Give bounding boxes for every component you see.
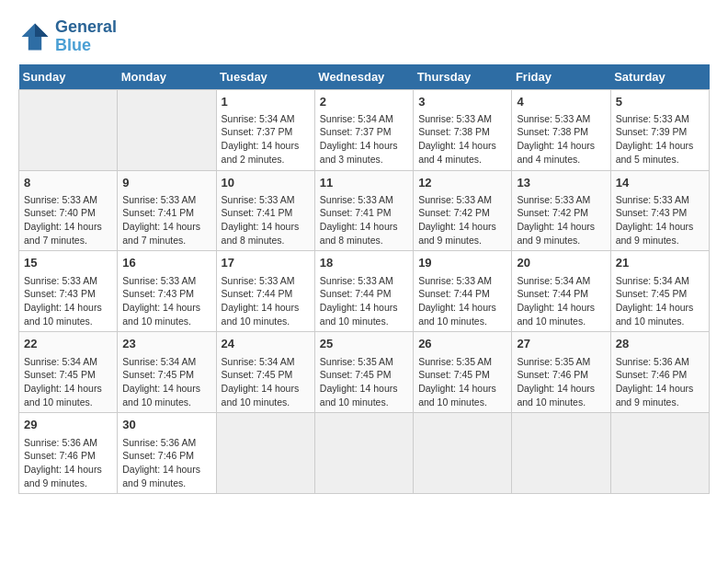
day-number: 1 (222, 94, 310, 110)
calendar-cell: 10 Sunrise: 5:33 AM Sunset: 7:41 PM Dayl… (216, 170, 314, 251)
calendar-cell (414, 413, 512, 494)
logo-line1: General (55, 18, 117, 37)
calendar-cell: 2 Sunrise: 5:34 AM Sunset: 7:37 PM Dayli… (314, 89, 413, 170)
day-info: Sunrise: 5:33 AM Sunset: 7:43 PM Dayligh… (24, 274, 112, 328)
day-info: Sunrise: 5:34 AM Sunset: 7:45 PM Dayligh… (122, 355, 210, 409)
calendar-cell (19, 89, 118, 170)
svg-marker-1 (35, 23, 48, 36)
calendar-cell: 18 Sunrise: 5:33 AM Sunset: 7:44 PM Dayl… (314, 251, 413, 332)
day-info: Sunrise: 5:36 AM Sunset: 7:46 PM Dayligh… (24, 436, 112, 490)
calendar-week-3: 15 Sunrise: 5:33 AM Sunset: 7:43 PM Dayl… (19, 251, 710, 332)
weekday-header-wednesday: Wednesday (314, 64, 413, 90)
calendar-cell: 19 Sunrise: 5:33 AM Sunset: 7:44 PM Dayl… (414, 251, 512, 332)
day-info: Sunrise: 5:33 AM Sunset: 7:38 PM Dayligh… (418, 112, 506, 167)
weekday-header-row: SundayMondayTuesdayWednesdayThursdayFrid… (19, 64, 710, 90)
day-number: 26 (418, 336, 506, 352)
calendar-cell: 26 Sunrise: 5:35 AM Sunset: 7:45 PM Dayl… (414, 332, 512, 413)
calendar-cell: 27 Sunrise: 5:35 AM Sunset: 7:46 PM Dayl… (512, 332, 610, 413)
calendar-cell: 20 Sunrise: 5:34 AM Sunset: 7:44 PM Dayl… (512, 251, 610, 332)
day-number: 17 (222, 255, 310, 271)
calendar-cell: 25 Sunrise: 5:35 AM Sunset: 7:45 PM Dayl… (314, 332, 413, 413)
day-number: 22 (24, 336, 112, 352)
day-info: Sunrise: 5:34 AM Sunset: 7:37 PM Dayligh… (320, 112, 408, 167)
weekday-header-thursday: Thursday (414, 64, 512, 90)
weekday-header-friday: Friday (512, 64, 610, 90)
day-info: Sunrise: 5:34 AM Sunset: 7:45 PM Dayligh… (24, 355, 112, 409)
day-number: 3 (418, 94, 506, 110)
day-number: 2 (320, 94, 408, 110)
logo-line2: Blue (55, 37, 117, 55)
weekday-header-sunday: Sunday (19, 64, 118, 90)
calendar-cell (216, 413, 314, 494)
calendar-cell: 29 Sunrise: 5:36 AM Sunset: 7:46 PM Dayl… (19, 413, 118, 494)
calendar-cell (512, 413, 610, 494)
logo-icon (18, 20, 51, 53)
calendar-cell: 22 Sunrise: 5:34 AM Sunset: 7:45 PM Dayl… (19, 332, 118, 413)
day-number: 19 (418, 255, 506, 271)
day-info: Sunrise: 5:33 AM Sunset: 7:41 PM Dayligh… (320, 193, 408, 247)
calendar-cell: 15 Sunrise: 5:33 AM Sunset: 7:43 PM Dayl… (19, 251, 118, 332)
calendar-cell: 1 Sunrise: 5:34 AM Sunset: 7:37 PM Dayli… (216, 89, 314, 170)
day-number: 8 (24, 175, 112, 191)
day-info: Sunrise: 5:33 AM Sunset: 7:43 PM Dayligh… (122, 274, 210, 328)
day-info: Sunrise: 5:33 AM Sunset: 7:44 PM Dayligh… (418, 274, 506, 328)
day-number: 29 (24, 417, 112, 433)
day-number: 4 (517, 94, 605, 110)
day-number: 13 (517, 175, 605, 191)
calendar-cell: 21 Sunrise: 5:34 AM Sunset: 7:45 PM Dayl… (610, 251, 709, 332)
calendar-cell: 4 Sunrise: 5:33 AM Sunset: 7:38 PM Dayli… (512, 89, 610, 170)
day-number: 21 (616, 255, 704, 271)
day-number: 18 (320, 255, 408, 271)
calendar-cell (118, 89, 216, 170)
day-info: Sunrise: 5:34 AM Sunset: 7:44 PM Dayligh… (517, 274, 605, 328)
day-number: 14 (616, 175, 704, 191)
day-number: 10 (222, 175, 310, 191)
calendar-cell: 5 Sunrise: 5:33 AM Sunset: 7:39 PM Dayli… (610, 89, 709, 170)
day-number: 12 (418, 175, 506, 191)
day-number: 15 (24, 255, 112, 271)
calendar-cell: 13 Sunrise: 5:33 AM Sunset: 7:42 PM Dayl… (512, 170, 610, 251)
day-info: Sunrise: 5:36 AM Sunset: 7:46 PM Dayligh… (122, 436, 210, 490)
day-number: 25 (320, 336, 408, 352)
calendar-cell (610, 413, 709, 494)
calendar-cell: 14 Sunrise: 5:33 AM Sunset: 7:43 PM Dayl… (610, 170, 709, 251)
calendar-cell: 8 Sunrise: 5:33 AM Sunset: 7:40 PM Dayli… (19, 170, 118, 251)
day-info: Sunrise: 5:36 AM Sunset: 7:46 PM Dayligh… (616, 355, 704, 409)
calendar-cell (314, 413, 413, 494)
day-info: Sunrise: 5:34 AM Sunset: 7:45 PM Dayligh… (616, 274, 704, 328)
day-info: Sunrise: 5:33 AM Sunset: 7:41 PM Dayligh… (122, 193, 210, 247)
day-number: 11 (320, 175, 408, 191)
calendar-cell: 23 Sunrise: 5:34 AM Sunset: 7:45 PM Dayl… (118, 332, 216, 413)
day-number: 27 (517, 336, 605, 352)
calendar-cell: 28 Sunrise: 5:36 AM Sunset: 7:46 PM Dayl… (610, 332, 709, 413)
day-info: Sunrise: 5:33 AM Sunset: 7:44 PM Dayligh… (320, 274, 408, 328)
day-number: 24 (222, 336, 310, 352)
day-info: Sunrise: 5:33 AM Sunset: 7:42 PM Dayligh… (418, 193, 506, 247)
day-info: Sunrise: 5:33 AM Sunset: 7:44 PM Dayligh… (222, 274, 310, 328)
day-info: Sunrise: 5:34 AM Sunset: 7:37 PM Dayligh… (222, 112, 310, 167)
page-header: General Blue (18, 18, 710, 55)
calendar-cell: 24 Sunrise: 5:34 AM Sunset: 7:45 PM Dayl… (216, 332, 314, 413)
day-number: 20 (517, 255, 605, 271)
day-number: 28 (616, 336, 704, 352)
day-info: Sunrise: 5:33 AM Sunset: 7:38 PM Dayligh… (517, 112, 605, 167)
calendar-cell: 12 Sunrise: 5:33 AM Sunset: 7:42 PM Dayl… (414, 170, 512, 251)
day-info: Sunrise: 5:33 AM Sunset: 7:40 PM Dayligh… (24, 193, 112, 247)
day-number: 16 (122, 255, 210, 271)
calendar-week-5: 29 Sunrise: 5:36 AM Sunset: 7:46 PM Dayl… (19, 413, 710, 494)
day-info: Sunrise: 5:35 AM Sunset: 7:45 PM Dayligh… (320, 355, 408, 409)
calendar-week-4: 22 Sunrise: 5:34 AM Sunset: 7:45 PM Dayl… (19, 332, 710, 413)
weekday-header-monday: Monday (118, 64, 216, 90)
day-info: Sunrise: 5:35 AM Sunset: 7:46 PM Dayligh… (517, 355, 605, 409)
day-info: Sunrise: 5:35 AM Sunset: 7:45 PM Dayligh… (418, 355, 506, 409)
day-number: 23 (122, 336, 210, 352)
day-info: Sunrise: 5:33 AM Sunset: 7:43 PM Dayligh… (616, 193, 704, 247)
calendar-cell: 16 Sunrise: 5:33 AM Sunset: 7:43 PM Dayl… (118, 251, 216, 332)
calendar-cell: 30 Sunrise: 5:36 AM Sunset: 7:46 PM Dayl… (118, 413, 216, 494)
day-info: Sunrise: 5:34 AM Sunset: 7:45 PM Dayligh… (222, 355, 310, 409)
weekday-header-tuesday: Tuesday (216, 64, 314, 90)
day-info: Sunrise: 5:33 AM Sunset: 7:41 PM Dayligh… (222, 193, 310, 247)
calendar-cell: 9 Sunrise: 5:33 AM Sunset: 7:41 PM Dayli… (118, 170, 216, 251)
calendar-table: SundayMondayTuesdayWednesdayThursdayFrid… (18, 64, 710, 495)
calendar-week-2: 8 Sunrise: 5:33 AM Sunset: 7:40 PM Dayli… (19, 170, 710, 251)
